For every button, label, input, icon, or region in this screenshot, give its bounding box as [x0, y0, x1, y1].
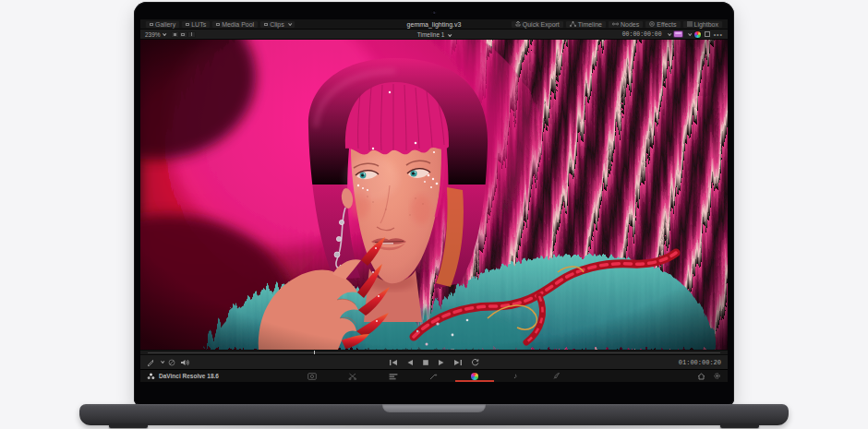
- skip-start-button[interactable]: [389, 359, 398, 366]
- skip-end-button[interactable]: [453, 359, 463, 366]
- play-button[interactable]: [438, 359, 445, 366]
- expand-viewer-icon[interactable]: [705, 31, 710, 37]
- edit-page-icon[interactable]: [387, 370, 400, 382]
- export-icon: [515, 21, 521, 27]
- stop-button[interactable]: [422, 359, 429, 366]
- annotation-pen-icon[interactable]: [147, 359, 154, 366]
- gallery-label: Gallery: [155, 21, 175, 28]
- viewer-toggle-wipe[interactable]: [187, 31, 196, 38]
- loop-button[interactable]: [471, 358, 479, 366]
- webcam-icon: [432, 10, 437, 15]
- lightbox-label: Lightbox: [694, 21, 718, 28]
- effects-label: Effects: [657, 21, 676, 28]
- speaker-icon[interactable]: [180, 359, 189, 366]
- fusion-page-icon[interactable]: [428, 370, 440, 382]
- viewer-toolbar-right: 00:00:00:00 •••: [622, 31, 723, 38]
- timeline-selector-label: Timeline 1: [417, 31, 445, 38]
- viewer-toolbar: 239% Timeline 1 00:00:00:00: [140, 30, 728, 40]
- record-timecode: 01:00:00:20: [679, 359, 721, 366]
- desktop-background: Gallery LUTs Media Pool Clips: [0, 0, 868, 429]
- chevron-down-icon[interactable]: [688, 31, 692, 35]
- quick-export-button[interactable]: Quick Export: [511, 20, 564, 29]
- zoom-level-select[interactable]: 239%: [145, 31, 165, 38]
- lightbox-button[interactable]: Lightbox: [682, 20, 723, 29]
- quick-export-label: Quick Export: [523, 21, 560, 28]
- overflow-menu-icon[interactable]: •••: [714, 32, 723, 37]
- cut-page-icon[interactable]: [346, 370, 359, 382]
- effects-button[interactable]: Effects: [645, 20, 681, 29]
- viewer-toggle-single[interactable]: [171, 31, 179, 38]
- viewer-toggle-split[interactable]: [179, 31, 187, 38]
- toolbar-left-group: Gallery LUTs Media Pool Clips: [145, 19, 295, 29]
- luts-icon: [186, 23, 189, 26]
- color-page-icon[interactable]: [468, 370, 481, 382]
- page-status-bar: DaVinci Resolve 18.6: [140, 369, 728, 382]
- laptop-base: [79, 404, 789, 425]
- unmix-icon[interactable]: [168, 359, 175, 366]
- clips-icon: [264, 23, 268, 26]
- effects-icon: [649, 21, 655, 27]
- playback-controls: [140, 358, 728, 366]
- nodes-button[interactable]: Nodes: [608, 20, 644, 29]
- nodes-icon: [612, 21, 619, 27]
- laptop-screen: Gallery LUTs Media Pool Clips: [134, 2, 734, 405]
- viewer-canvas[interactable]: [140, 40, 728, 350]
- nodes-label: Nodes: [621, 21, 639, 28]
- lightbox-icon: [687, 21, 693, 27]
- viewer-image: [140, 40, 728, 350]
- clips-button[interactable]: Clips: [259, 20, 295, 29]
- chevron-down-icon: [288, 21, 292, 25]
- lid-notch: [382, 404, 486, 412]
- chevron-down-icon: [448, 32, 452, 36]
- timeline-button[interactable]: Timeline: [565, 20, 607, 29]
- gallery-icon: [150, 23, 153, 26]
- color-wheel-icon: [471, 373, 478, 380]
- deliver-page-icon[interactable]: [549, 370, 562, 382]
- page-switcher: ♪: [140, 370, 728, 382]
- luts-label: LUTs: [191, 21, 206, 28]
- fairlight-page-icon[interactable]: ♪: [509, 370, 522, 382]
- color-wheel-icon[interactable]: [694, 31, 701, 38]
- music-note-icon: ♪: [513, 373, 517, 380]
- luts-button[interactable]: LUTs: [181, 20, 211, 29]
- media-pool-button[interactable]: Media Pool: [211, 20, 259, 29]
- monitor-output-icon[interactable]: [674, 31, 682, 37]
- davinci-resolve-window: Gallery LUTs Media Pool Clips: [140, 19, 728, 382]
- top-toolbar: Gallery LUTs Media Pool Clips: [140, 19, 728, 30]
- laptop-foot: [720, 423, 759, 428]
- clips-label: Clips: [270, 21, 284, 28]
- transport-bar: 01:00:00:20: [140, 354, 728, 369]
- source-timecode: 00:00:00:00: [622, 31, 662, 38]
- media-pool-icon: [216, 23, 220, 26]
- jog-track: [148, 352, 720, 353]
- zoom-level-value: 239%: [145, 31, 161, 38]
- chevron-down-icon: [163, 31, 166, 35]
- play-reverse-button[interactable]: [406, 359, 414, 366]
- chevron-down-icon[interactable]: [668, 31, 671, 35]
- media-page-icon[interactable]: [306, 370, 319, 382]
- gallery-button[interactable]: Gallery: [145, 20, 180, 29]
- media-pool-label: Media Pool: [222, 21, 254, 28]
- laptop-foot: [109, 423, 148, 428]
- toolbar-right-group: Quick Export Timeline Nodes Effects: [511, 20, 723, 29]
- timeline-label: Timeline: [578, 21, 602, 28]
- timeline-icon: [570, 21, 576, 27]
- chevron-down-icon[interactable]: [161, 360, 164, 363]
